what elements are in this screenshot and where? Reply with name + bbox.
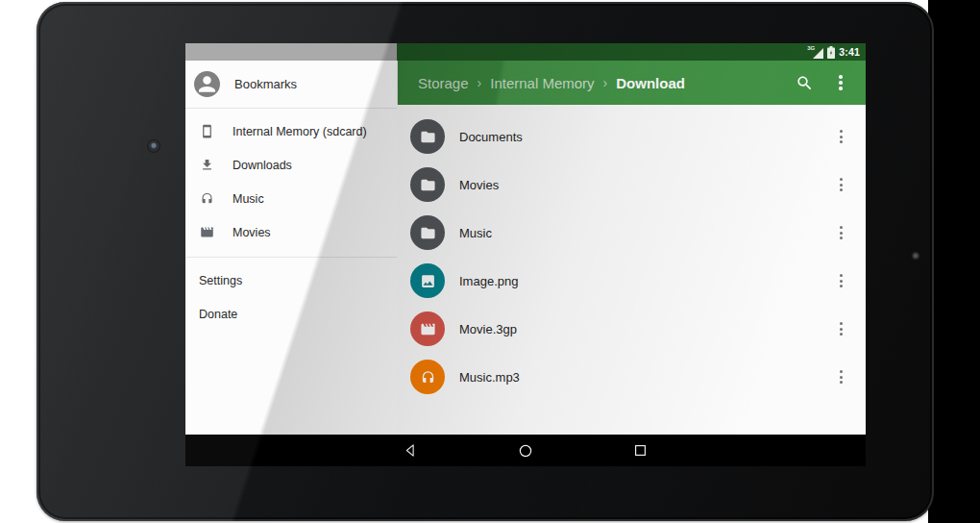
- person-icon: [194, 71, 220, 97]
- tablet-bezel: 3G 3:41 Storage › Internal Memory: [37, 2, 934, 521]
- more-vert-icon: [840, 370, 843, 384]
- breadcrumb: Storage › Internal Memory › Download: [397, 75, 685, 91]
- file-overflow-button[interactable]: [832, 365, 849, 388]
- sidebar-item-music[interactable]: Music: [185, 182, 397, 215]
- back-button[interactable]: [387, 435, 433, 466]
- avatar: [194, 71, 220, 97]
- sidebar-item-internal-memory[interactable]: Internal Memory (sdcard): [185, 114, 397, 148]
- image-icon: [420, 273, 436, 289]
- file-overflow-button[interactable]: [832, 269, 849, 292]
- file-list-panel: Documents Movies Music: [397, 105, 866, 435]
- file-name: Documents: [459, 130, 523, 144]
- sidebar-header: Bookmarks: [185, 61, 397, 109]
- breadcrumb-segment-storage[interactable]: Storage: [418, 75, 469, 91]
- sidebar-item-donate[interactable]: Donate: [185, 297, 397, 331]
- overflow-menu-button[interactable]: [829, 71, 852, 94]
- battery-icon: [827, 46, 835, 59]
- file-name: Movie.3gp: [459, 322, 517, 336]
- app-bar: Storage › Internal Memory › Download: [397, 61, 866, 105]
- file-name: Music.mp3: [459, 370, 520, 385]
- file-name: Music: [459, 226, 492, 240]
- sidebar-item-downloads[interactable]: Downloads: [185, 148, 397, 182]
- recents-button[interactable]: [617, 435, 663, 466]
- folder-icon: [420, 129, 436, 145]
- sidebar-menu: Settings Donate: [185, 258, 397, 331]
- download-icon: [197, 158, 216, 172]
- file-row-movie-3gp[interactable]: Movie.3gp: [397, 305, 866, 353]
- android-nav-bar: [185, 435, 866, 466]
- photo-canvas: 3G 3:41 Storage › Internal Memory: [0, 0, 980, 523]
- sidebar: Bookmarks Internal Memory (sdcard) Downl…: [185, 61, 398, 435]
- headphones-icon: [197, 191, 216, 206]
- bookmark-list: Internal Memory (sdcard) Downloads Music: [185, 109, 397, 249]
- file-overflow-button[interactable]: [832, 173, 849, 196]
- movie-icon: [197, 225, 216, 239]
- file-overflow-button[interactable]: [832, 125, 849, 148]
- folder-icon: [420, 225, 436, 241]
- home-button[interactable]: [502, 435, 549, 466]
- front-camera: [148, 140, 159, 152]
- file-row-music[interactable]: Music: [397, 209, 866, 257]
- backdrop-shadow: [928, 0, 980, 523]
- search-button[interactable]: [793, 71, 816, 94]
- search-icon: [796, 74, 814, 92]
- clock: 3:41: [839, 46, 860, 58]
- drawer-status-scrim: [185, 43, 397, 61]
- file-row-documents[interactable]: Documents: [397, 112, 866, 161]
- back-icon: [404, 443, 418, 458]
- more-vert-icon: [840, 226, 843, 239]
- recents-icon: [633, 443, 648, 458]
- breadcrumb-segment-internal-memory[interactable]: Internal Memory: [490, 75, 594, 91]
- sidebar-title: Bookmarks: [234, 77, 297, 91]
- status-bar: 3G 3:41: [185, 43, 866, 61]
- more-vert-icon: [840, 130, 843, 143]
- sidebar-item-settings[interactable]: Settings: [185, 263, 397, 297]
- headphones-icon: [420, 369, 436, 386]
- more-vert-icon: [840, 274, 843, 287]
- more-vert-icon: [839, 75, 843, 90]
- status-bar-background: [397, 43, 866, 61]
- file-row-movies[interactable]: Movies: [397, 161, 866, 209]
- tablet-screen: 3G 3:41 Storage › Internal Memory: [185, 43, 866, 466]
- file-overflow-button[interactable]: [832, 221, 849, 244]
- file-row-music-mp3[interactable]: Music.mp3: [397, 353, 866, 401]
- file-row-image-png[interactable]: Image.png: [397, 257, 866, 305]
- file-overflow-button[interactable]: [832, 317, 849, 340]
- breadcrumb-segment-download[interactable]: Download: [616, 75, 685, 91]
- breadcrumb-separator: ›: [603, 75, 608, 90]
- more-vert-icon: [840, 322, 843, 336]
- more-vert-icon: [840, 178, 843, 191]
- breadcrumb-separator: ›: [478, 75, 482, 90]
- movie-icon: [420, 321, 436, 337]
- signal-strength-icon: 3G: [807, 46, 823, 59]
- sidebar-item-movies[interactable]: Movies: [185, 215, 397, 249]
- folder-icon: [420, 177, 436, 193]
- smartphone-icon: [197, 124, 216, 138]
- home-icon: [518, 443, 533, 459]
- bezel-reflection: [913, 253, 919, 259]
- file-name: Movies: [459, 178, 499, 192]
- file-name: Image.png: [459, 274, 518, 288]
